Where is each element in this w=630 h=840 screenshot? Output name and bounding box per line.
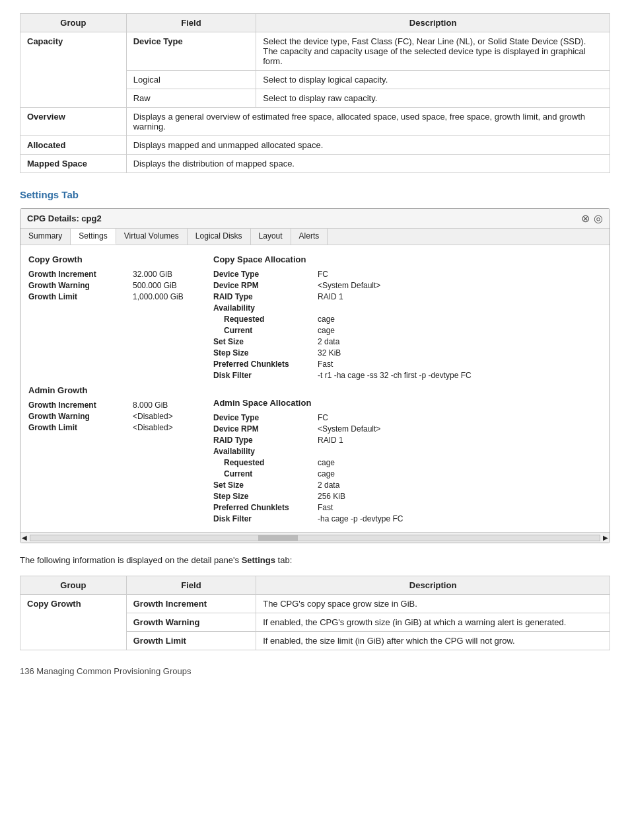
scrollbar-thumb[interactable]: [258, 535, 298, 541]
table-row: Allocated Displays mapped and unmapped a…: [20, 136, 610, 155]
group-overview: Overview: [20, 108, 127, 136]
field-row: Set Size2 data: [213, 480, 602, 490]
field-label: Set Size: [213, 480, 312, 490]
cpg-tabs-bar: Summary Settings Virtual Volumes Logical…: [20, 229, 610, 245]
cpg-window-title: CPG Details: cpg2: [27, 213, 102, 223]
field-row: Availability: [213, 447, 602, 456]
tab-summary[interactable]: Summary: [20, 229, 71, 245]
admin-growth-limit-value: <Disabled>: [133, 423, 173, 432]
field-growth-limit: Growth Limit: [126, 632, 256, 650]
field-label: Device RPM: [213, 424, 312, 434]
admin-growth-limit-row: Growth Limit <Disabled>: [28, 423, 200, 432]
tab-settings[interactable]: Settings: [71, 229, 116, 245]
copy-space-title: Copy Space Allocation: [213, 254, 602, 264]
tab-logical-disks[interactable]: Logical Disks: [188, 229, 251, 245]
table-row: Mapped Space Displays the distribution o…: [20, 155, 610, 173]
field-value: cage: [318, 315, 335, 324]
field-value: cage: [318, 326, 335, 335]
group-copy-growth: Copy Growth: [20, 595, 127, 650]
field-label: Step Size: [213, 492, 312, 501]
admin-growth-warning-label: Growth Warning: [28, 412, 127, 421]
field-device-type: Device Type: [126, 32, 256, 71]
field-value: RAID 1: [318, 436, 343, 445]
field-label: Disk Filter: [213, 514, 312, 523]
field-label: Availability: [213, 447, 312, 456]
field-value: Fast: [318, 503, 333, 512]
field-value: -ha cage -p -devtype FC: [318, 514, 403, 523]
field-value: cage: [318, 469, 335, 478]
table-row: Copy Growth Growth Increment The CPG's c…: [20, 595, 610, 613]
horizontal-scrollbar[interactable]: ◀ ▶: [20, 532, 610, 543]
field-label: Device Type: [213, 413, 312, 422]
copy-growth-title: Copy Growth: [28, 254, 200, 264]
admin-growth-increment-value: 8.000 GiB: [133, 401, 168, 410]
para-text-before: The following information is displayed o…: [20, 555, 239, 565]
scroll-right-icon[interactable]: ▶: [602, 534, 610, 541]
field-row: Preferred ChunkletsFast: [213, 360, 602, 369]
field-row: Step Size256 KiB: [213, 492, 602, 501]
admin-growth-title: Admin Growth: [28, 385, 200, 395]
close-icon[interactable]: ◎: [594, 212, 603, 225]
col-field-header-2: Field: [126, 576, 256, 595]
field-label: Step Size: [213, 348, 312, 358]
tab-layout[interactable]: Layout: [251, 229, 291, 245]
copy-growth-limit-label: Growth Limit: [28, 292, 127, 301]
field-label: Availability: [213, 303, 312, 313]
field-row: Availability: [213, 303, 602, 313]
tab-alerts[interactable]: Alerts: [291, 229, 328, 245]
copy-growth-increment-row: Growth Increment 32.000 GiB: [28, 270, 200, 279]
desc-logical: Select to display logical capacity.: [256, 71, 610, 89]
group-allocated: Allocated: [20, 136, 127, 155]
cpg-left-column: Copy Growth Growth Increment 32.000 GiB …: [28, 252, 200, 525]
admin-growth-warning-row: Growth Warning <Disabled>: [28, 412, 200, 421]
field-value: 256 KiB: [318, 492, 345, 501]
field-row: Requestedcage: [213, 458, 602, 467]
scrollbar-track[interactable]: [30, 535, 600, 541]
field-label: Current: [213, 326, 312, 335]
field-label: Requested: [213, 458, 312, 467]
minimize-icon[interactable]: ⊗: [581, 212, 590, 225]
table-row: Overview Displays a general overview of …: [20, 108, 610, 136]
field-value: 2 data: [318, 480, 339, 490]
field-label: Device Type: [213, 270, 312, 279]
desc-growth-warning: If enabled, the CPG's growth size (in Gi…: [256, 613, 610, 632]
admin-space-fields: Device TypeFCDevice RPM<System Default>R…: [213, 413, 602, 523]
settings-tab-heading: Settings Tab: [20, 189, 79, 200]
tab-virtual-volumes[interactable]: Virtual Volumes: [116, 229, 188, 245]
field-row: Disk Filter-t r1 -ha cage -ss 32 -ch fir…: [213, 371, 602, 380]
cpg-title-icons: ⊗ ◎: [581, 212, 603, 225]
cpg-content-area[interactable]: Copy Growth Growth Increment 32.000 GiB …: [20, 245, 610, 532]
field-label: RAID Type: [213, 436, 312, 445]
field-row: Device RPM<System Default>: [213, 281, 602, 290]
cpg-title-bar: CPG Details: cpg2 ⊗ ◎: [20, 209, 610, 229]
field-label: Current: [213, 469, 312, 478]
field-value: Fast: [318, 360, 333, 369]
field-row: Preferred ChunkletsFast: [213, 503, 602, 512]
field-growth-warning: Growth Warning: [126, 613, 256, 632]
group-capacity: Capacity: [20, 32, 127, 108]
copy-growth-warning-label: Growth Warning: [28, 281, 127, 290]
copy-growth-limit-row: Growth Limit 1,000.000 GiB: [28, 292, 200, 301]
desc-device-type: Select the device type, Fast Class (FC),…: [256, 32, 610, 71]
field-label: Set Size: [213, 337, 312, 346]
col-field-header: Field: [126, 14, 256, 32]
page-footer: 136 Managing Common Provisioning Groups: [20, 666, 610, 676]
col-desc-header: Description: [256, 14, 610, 32]
scroll-left-icon[interactable]: ◀: [20, 534, 28, 541]
field-label: Preferred Chunklets: [213, 360, 312, 369]
copy-growth-increment-value: 32.000 GiB: [133, 270, 172, 279]
copy-space-fields: Device TypeFCDevice RPM<System Default>R…: [213, 270, 602, 380]
field-row: RAID TypeRAID 1: [213, 436, 602, 445]
field-row: Requestedcage: [213, 315, 602, 324]
admin-growth-increment-row: Growth Increment 8.000 GiB: [28, 401, 200, 410]
field-label: Device RPM: [213, 281, 312, 290]
field-growth-increment: Growth Increment: [126, 595, 256, 613]
admin-growth-increment-label: Growth Increment: [28, 401, 127, 410]
field-row: Currentcage: [213, 326, 602, 335]
col-group-header: Group: [20, 14, 127, 32]
col-group-header-2: Group: [20, 576, 127, 595]
field-label: Requested: [213, 315, 312, 324]
field-row: RAID TypeRAID 1: [213, 292, 602, 301]
group-mapped-space: Mapped Space: [20, 155, 127, 173]
desc-raw: Select to display raw capacity.: [256, 89, 610, 108]
